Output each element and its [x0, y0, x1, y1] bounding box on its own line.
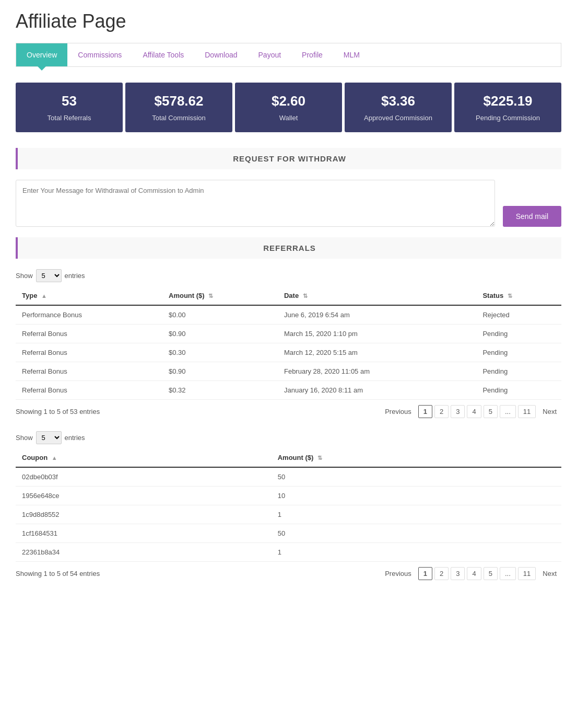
cell-amount: 50 [272, 467, 561, 487]
stat-total-commission: $578.62 Total Commission [125, 83, 232, 132]
cell-type: Performance Bonus [16, 305, 162, 325]
referrals-section: REFERRALS Show 5 10 25 entries Type ▲ Am… [16, 237, 561, 585]
sort-status-icon: ⇅ [508, 293, 512, 299]
tab-mlm[interactable]: MLM [333, 43, 370, 66]
sort-amount-icon: ⇅ [208, 293, 213, 299]
table-row: 1c9d8d8552 1 [16, 505, 561, 524]
referrals-table-1: Type ▲ Amount ($) ⇅ Date ⇅ Status ⇅ Perf… [16, 286, 561, 400]
table1-pagination: Previous 1 2 3 4 5 ... 11 Next [380, 405, 561, 418]
show-label-1: Show [16, 272, 33, 280]
referrals-section-header: REFERRALS [16, 237, 561, 259]
cell-date: March 12, 2020 5:15 am [278, 343, 476, 362]
stat-pending-commission: $225.19 Pending Commission [454, 83, 561, 132]
sort-coupon-icon: ▲ [52, 455, 57, 461]
sort-type-icon: ▲ [41, 293, 47, 299]
cell-type: Referral Bonus [16, 381, 162, 400]
withdraw-area: Send mail [16, 180, 561, 227]
col-status[interactable]: Status ⇅ [476, 286, 561, 305]
col-type[interactable]: Type ▲ [16, 286, 162, 305]
tab-profile[interactable]: Profile [291, 43, 333, 66]
tab-affiliate-tools[interactable]: Affilate Tools [132, 43, 194, 66]
tab-download[interactable]: Download [194, 43, 248, 66]
col-coupon[interactable]: Coupon ▲ [16, 448, 272, 467]
col-amount[interactable]: Amount ($) ⇅ [162, 286, 278, 305]
table1-footer-text: Showing 1 to 5 of 53 entries [16, 408, 100, 415]
cell-coupon: 1956e648ce [16, 487, 272, 505]
table2-page-5[interactable]: 5 [484, 567, 498, 580]
cell-coupon: 1cf1684531 [16, 524, 272, 543]
cell-amount: 50 [272, 524, 561, 543]
entries-select-2[interactable]: 5 10 25 [36, 431, 62, 444]
table-row: Referral Bonus $0.32 January 16, 2020 8:… [16, 381, 561, 400]
table1-page-3[interactable]: 3 [451, 405, 465, 418]
tab-overview[interactable]: Overview [16, 43, 67, 66]
table2-page-2[interactable]: 2 [434, 567, 449, 580]
cell-coupon: 1c9d8d8552 [16, 505, 272, 524]
stats-row: 53 Total Referrals $578.62 Total Commiss… [16, 83, 561, 132]
table1-page-5[interactable]: 5 [484, 405, 498, 418]
cell-date: March 15, 2020 1:10 pm [278, 325, 476, 343]
table2-footer: Showing 1 to 5 of 54 entries Previous 1 … [16, 562, 561, 585]
table-row: Performance Bonus $0.00 June 6, 2019 6:5… [16, 305, 561, 325]
withdraw-section-header: REQUEST FOR WITHDRAW [16, 148, 561, 169]
table2-page-1[interactable]: 1 [418, 567, 432, 580]
cell-date: June 6, 2019 6:54 am [278, 305, 476, 325]
cell-coupon: 22361b8a34 [16, 543, 272, 562]
table1-footer: Showing 1 to 5 of 53 entries Previous 1 … [16, 400, 561, 423]
table1-page-ellipsis: ... [500, 405, 516, 418]
entries-label-1: entries [65, 272, 85, 280]
cell-status: Rejected [476, 305, 561, 325]
table-row: 02dbe0b03f 50 [16, 467, 561, 487]
table-row: Referral Bonus $0.90 March 15, 2020 1:10… [16, 325, 561, 343]
table2-footer-text: Showing 1 to 5 of 54 entries [16, 570, 100, 577]
cell-amount: $0.32 [162, 381, 278, 400]
cell-coupon: 02dbe0b03f [16, 467, 272, 487]
page-title: Affiliate Page [16, 10, 561, 32]
cell-type: Referral Bonus [16, 325, 162, 343]
table2-page-11[interactable]: 11 [518, 567, 536, 580]
sort-date-icon: ⇅ [303, 293, 308, 299]
table1-page-1[interactable]: 1 [418, 405, 432, 418]
cell-status: Pending [476, 343, 561, 362]
entries-select-1[interactable]: 5 10 25 [36, 269, 62, 282]
cell-amount: $0.00 [162, 305, 278, 325]
table1-controls: Show 5 10 25 entries [16, 269, 561, 282]
table1-next-btn[interactable]: Next [538, 406, 561, 418]
stat-total-referrals: 53 Total Referrals [16, 83, 123, 132]
table-row: 1cf1684531 50 [16, 524, 561, 543]
table-row: 1956e648ce 10 [16, 487, 561, 505]
table2-page-4[interactable]: 4 [467, 567, 481, 580]
cell-amount: 1 [272, 543, 561, 562]
table2-page-3[interactable]: 3 [451, 567, 465, 580]
sort-amount2-icon: ⇅ [317, 455, 322, 461]
cell-status: Pending [476, 381, 561, 400]
table1-page-11[interactable]: 11 [518, 405, 536, 418]
table-row: Referral Bonus $0.90 February 28, 2020 1… [16, 362, 561, 381]
cell-type: Referral Bonus [16, 343, 162, 362]
table1-prev-btn[interactable]: Previous [380, 406, 416, 418]
table2-controls: Show 5 10 25 entries [16, 431, 561, 444]
show-label-2: Show [16, 434, 33, 442]
col-date[interactable]: Date ⇅ [278, 286, 476, 305]
cell-amount: $0.90 [162, 362, 278, 381]
tab-payout[interactable]: Payout [248, 43, 292, 66]
table2-prev-btn[interactable]: Previous [380, 568, 416, 580]
stat-approved-commission: $3.36 Approved Commission [345, 83, 452, 132]
cell-type: Referral Bonus [16, 362, 162, 381]
cell-status: Pending [476, 362, 561, 381]
table2-next-btn[interactable]: Next [538, 568, 561, 580]
cell-date: January 16, 2020 8:11 am [278, 381, 476, 400]
cell-date: February 28, 2020 11:05 am [278, 362, 476, 381]
entries-label-2: entries [65, 434, 85, 442]
tab-commissions[interactable]: Commissions [67, 43, 132, 66]
referrals-table-2: Coupon ▲ Amount ($) ⇅ 02dbe0b03f 50 1956… [16, 448, 561, 562]
table1-page-2[interactable]: 2 [434, 405, 449, 418]
stat-wallet: $2.60 Wallet [235, 83, 342, 132]
table-row: Referral Bonus $0.30 March 12, 2020 5:15… [16, 343, 561, 362]
col-amount-2[interactable]: Amount ($) ⇅ [272, 448, 561, 467]
withdraw-textarea[interactable] [16, 180, 495, 227]
table2-pagination: Previous 1 2 3 4 5 ... 11 Next [380, 567, 561, 580]
table1-page-4[interactable]: 4 [467, 405, 481, 418]
table2-page-ellipsis: ... [500, 567, 516, 580]
send-mail-button[interactable]: Send mail [503, 206, 561, 227]
